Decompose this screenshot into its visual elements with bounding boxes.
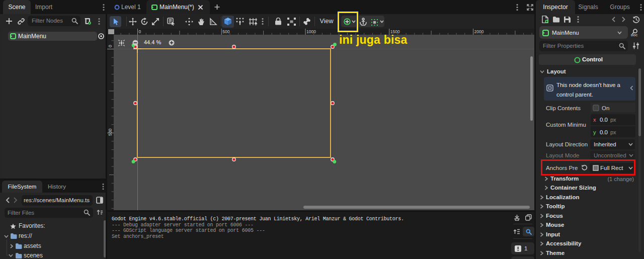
svg-text:DOC: DOC bbox=[631, 34, 638, 37]
